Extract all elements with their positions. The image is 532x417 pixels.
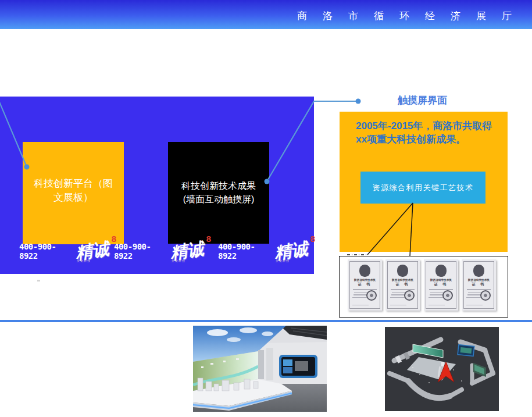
national-emblem-icon bbox=[397, 265, 408, 277]
seal-icon bbox=[366, 290, 377, 301]
certificate-paper: 陕西省科学技术奖 证 书 bbox=[426, 261, 456, 309]
national-emblem-icon bbox=[359, 265, 370, 277]
topic-button[interactable]: 资源综合利用关键工艺技术 bbox=[360, 172, 485, 204]
national-emblem-icon bbox=[435, 265, 447, 277]
certificate-subtitle: 证 书 bbox=[426, 282, 456, 287]
certificate-subtitle: 证 书 bbox=[350, 282, 380, 287]
touch-wall-label-line2: (墙面互动触摸屏) bbox=[168, 193, 269, 206]
slide-canvas: 商洛市循环经济展厅 科技创新平台（图 文展板） 科技创新技术成果 (墙面互动触摸… bbox=[0, 0, 532, 417]
floorplan-render-graphic bbox=[385, 327, 499, 411]
intro-line1: 2005年-2015年，商洛市共取得 bbox=[356, 119, 501, 133]
certificate-paper: 陕西省科学技术奖 证 书 bbox=[387, 261, 418, 309]
interior-render-graphic bbox=[193, 326, 327, 412]
certificate-subtitle: 证 书 bbox=[388, 282, 417, 287]
certificate-item: 陕西省科学技术奖 证 书 bbox=[385, 259, 420, 311]
intro-line2: xx项重大科技创新成果。 bbox=[356, 133, 501, 146]
seal-icon bbox=[480, 290, 491, 301]
seal-icon bbox=[442, 290, 453, 301]
certificate-item: 陕西省科学技术奖 证 书 bbox=[348, 259, 382, 311]
exhibition-interior-photo bbox=[193, 326, 327, 412]
certificate-paper: 陕西省科学技术奖 证 书 bbox=[463, 261, 494, 309]
certificate-subtitle: 证 书 bbox=[464, 282, 494, 287]
exhibition-floorplan-photo bbox=[385, 327, 499, 411]
header-bar: 商洛市循环经济展厅 bbox=[0, 0, 532, 29]
certificate-item: 陕西省科学技术奖 证 书 bbox=[462, 259, 496, 311]
callout-dot bbox=[356, 99, 361, 104]
touch-wall: 科技创新技术成果 (墙面互动触摸屏) bbox=[168, 142, 269, 244]
national-emblem-icon bbox=[473, 265, 484, 277]
touchscreen-section-label: 触摸屏界面 bbox=[398, 94, 447, 107]
section-divider-line bbox=[0, 320, 532, 322]
certificate-title: 陕西省科学技术奖 bbox=[427, 278, 455, 281]
certificate-title: 陕西省科学技术奖 bbox=[351, 278, 379, 281]
certificate-item: 陕西省科学技术奖 证 书 bbox=[424, 259, 458, 311]
graphic-board-label-line1: 科技创新平台（图 bbox=[23, 177, 124, 191]
page-title: 商洛市循环经济展厅 bbox=[297, 9, 527, 23]
scan-artifact bbox=[37, 280, 40, 281]
graphic-board-label-line2: 文展板） bbox=[23, 191, 124, 205]
graphic-board: 科技创新平台（图 文展板） bbox=[23, 142, 124, 244]
topic-button-label: 资源综合利用关键工艺技术 bbox=[373, 183, 474, 193]
seal-icon bbox=[404, 290, 415, 301]
certificates-box: 陕西省科学技术奖 证 书 陕西省科学技术奖 证 书 陕西省科 bbox=[339, 256, 508, 318]
touch-wall-label-line1: 科技创新技术成果 bbox=[168, 179, 269, 193]
certificate-title: 陕西省科学技术奖 bbox=[389, 278, 416, 281]
certificate-title: 陕西省科学技术奖 bbox=[465, 278, 492, 281]
certificate-paper: 陕西省科学技术奖 证 书 bbox=[349, 261, 380, 309]
touchscreen-intro-text: 2005年-2015年，商洛市共取得 xx项重大科技创新成果。 bbox=[356, 119, 501, 146]
touchscreen-panel: 2005年-2015年，商洛市共取得 xx项重大科技创新成果。 资源综合利用关键… bbox=[340, 112, 508, 252]
